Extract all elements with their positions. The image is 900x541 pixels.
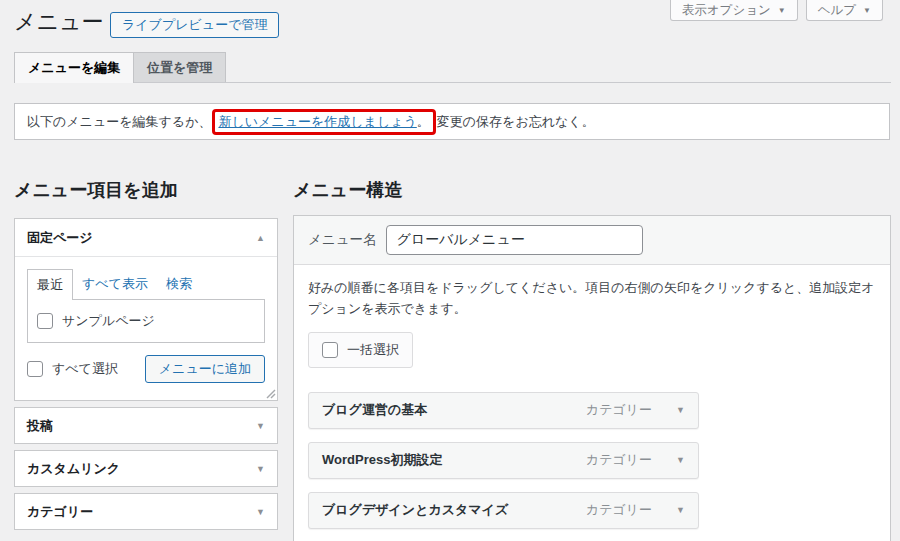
pages-filter-tabs: 最近 すべて表示 検索 <box>27 269 265 299</box>
pages-accordion-title: 固定ページ <box>27 229 93 247</box>
tab-edit-menus[interactable]: メニューを編集 <box>14 52 134 83</box>
chevron-down-icon: ▼ <box>256 464 265 474</box>
menu-structure-body: 好みの順番に各項目をドラッグしてください。項目の右側の矢印をクリックすると、追加… <box>294 265 890 541</box>
bulk-select-label: 一括選択 <box>347 341 399 359</box>
pages-accordion-header[interactable]: 固定ページ ▲ <box>15 219 277 257</box>
sample-page-label: サンプルページ <box>62 312 155 330</box>
menu-item-title: ブログ運営の基本 <box>322 401 427 419</box>
link-punctuation: 。 <box>417 113 430 131</box>
list-item: サンプルページ <box>37 312 255 330</box>
menu-structure-heading: メニュー構造 <box>293 178 891 202</box>
page-title: メニュー <box>14 7 104 37</box>
menu-item-type: カテゴリー <box>586 451 652 469</box>
tab-most-recent[interactable]: 最近 <box>27 269 73 300</box>
menu-item-row[interactable]: WordPress初期設定 カテゴリー ▼ <box>308 442 699 479</box>
screen-options-label: 表示オプション <box>682 2 771 19</box>
drag-instructions-text: 好みの順番に各項目をドラッグしてください。項目の右側の矢印をクリックすると、追加… <box>308 278 876 320</box>
help-label: ヘルプ <box>818 2 856 19</box>
screen-options-button[interactable]: 表示オプション ▼ <box>670 0 798 21</box>
select-all-row: すべて選択 <box>27 360 118 378</box>
add-menu-items-heading: メニュー項目を追加 <box>14 178 278 202</box>
sample-page-checkbox[interactable] <box>37 313 53 329</box>
menu-name-input[interactable] <box>386 225 643 255</box>
menu-item-type: カテゴリー <box>586 501 652 519</box>
menu-item-row[interactable]: ブログデザインとカスタマイズ カテゴリー ▼ <box>308 492 699 529</box>
resize-handle-icon[interactable] <box>264 387 276 399</box>
chevron-down-icon: ▼ <box>863 6 871 15</box>
chevron-up-icon: ▲ <box>256 233 265 243</box>
create-new-menu-link[interactable]: 新しいメニューを作成しましょう <box>218 113 416 131</box>
menu-item-type: カテゴリー <box>586 401 652 419</box>
select-all-checkbox[interactable] <box>27 361 43 377</box>
notice-prefix: 以下のメニューを編集するか、 <box>27 113 211 131</box>
pages-actions-row: すべて選択 メニューに追加 <box>27 355 265 383</box>
chevron-down-icon: ▼ <box>256 507 265 517</box>
expand-item-icon[interactable]: ▼ <box>676 455 685 465</box>
accordion-categories[interactable]: カテゴリー ▼ <box>14 493 278 530</box>
menu-structure-panel: メニュー名 好みの順番に各項目をドラッグしてください。項目の右側の矢印をクリック… <box>293 215 891 541</box>
add-to-menu-button[interactable]: メニューに追加 <box>145 355 265 383</box>
manage-live-preview-button[interactable]: ライブプレビューで管理 <box>110 12 279 38</box>
tab-view-all[interactable]: すべて表示 <box>73 269 157 299</box>
accordion-posts[interactable]: 投稿 ▼ <box>14 407 278 444</box>
pages-accordion-panel: 固定ページ ▲ 最近 すべて表示 検索 サンプルページ すべて選択 メニューに <box>14 218 278 401</box>
menu-structure-column: メニュー構造 メニュー名 好みの順番に各項目をドラッグしてください。項目の右側の… <box>293 178 891 541</box>
add-menu-items-column: メニュー項目を追加 固定ページ ▲ 最近 すべて表示 検索 サンプルページ すべ… <box>14 178 278 530</box>
accordion-custom-links-label: カスタムリンク <box>27 460 120 478</box>
pages-accordion-body: 最近 すべて表示 検索 サンプルページ すべて選択 メニューに追加 <box>15 257 277 400</box>
menu-item-title: WordPress初期設定 <box>322 451 442 469</box>
menu-item-row[interactable]: ブログ運営の基本 カテゴリー ▼ <box>308 392 699 429</box>
red-annotation-box: 新しいメニューを作成しましょう 。 <box>212 109 435 135</box>
notice-suffix: 変更の保存をお忘れなく。 <box>437 113 595 131</box>
bulk-select-checkbox[interactable] <box>322 342 338 358</box>
chevron-down-icon: ▼ <box>778 6 786 15</box>
accordion-custom-links[interactable]: カスタムリンク ▼ <box>14 450 278 487</box>
tabs-divider <box>14 82 891 83</box>
notice-bar: 以下のメニューを編集するか、 新しいメニューを作成しましょう 。 変更の保存をお… <box>14 103 890 140</box>
bulk-select-control: 一括選択 <box>308 332 413 368</box>
chevron-down-icon: ▼ <box>256 421 265 431</box>
pages-checklist: サンプルページ <box>27 299 265 343</box>
accordion-categories-label: カテゴリー <box>27 503 93 521</box>
expand-item-icon[interactable]: ▼ <box>676 505 685 515</box>
menu-item-title: ブログデザインとカスタマイズ <box>322 501 508 519</box>
tab-search[interactable]: 検索 <box>157 269 201 299</box>
help-button[interactable]: ヘルプ ▼ <box>806 0 883 21</box>
expand-item-icon[interactable]: ▼ <box>676 405 685 415</box>
menu-name-row: メニュー名 <box>294 216 890 265</box>
accordion-posts-label: 投稿 <box>27 417 53 435</box>
menu-name-label: メニュー名 <box>308 231 376 249</box>
screen-meta-links: 表示オプション ▼ ヘルプ ▼ <box>670 0 883 21</box>
tab-manage-locations[interactable]: 位置を管理 <box>133 52 226 82</box>
select-all-label: すべて選択 <box>52 360 118 378</box>
